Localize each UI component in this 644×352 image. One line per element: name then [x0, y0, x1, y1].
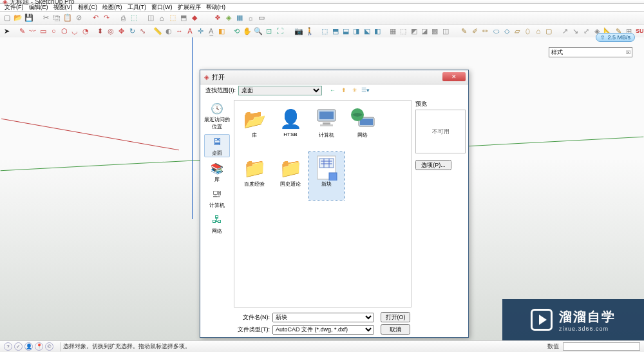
dialog-titlebar[interactable]: ◈ 打开 ✕: [200, 70, 468, 84]
layers-icon[interactable]: ❖: [213, 14, 222, 23]
ext-tool-11-icon[interactable]: ↘: [571, 26, 580, 35]
open-button[interactable]: 打开(O): [381, 312, 410, 322]
file-item-selected[interactable]: 新块: [309, 152, 344, 200]
tape-icon[interactable]: 📏: [153, 26, 162, 35]
xray-icon[interactable]: ▦: [388, 26, 397, 35]
delete-icon[interactable]: ⊘: [74, 14, 83, 23]
lookin-select[interactable]: 桌面: [238, 86, 322, 95]
extension-icon[interactable]: ◆: [190, 14, 199, 23]
place-libraries[interactable]: 📚 库: [204, 161, 230, 183]
file-list[interactable]: 📂 库 👤 HTSB 计算机 网络 📁 百度经验: [234, 100, 412, 308]
share-icon[interactable]: ⬒: [179, 14, 188, 23]
save-icon[interactable]: 💾: [24, 14, 33, 23]
scene-icon[interactable]: ▭: [257, 14, 266, 23]
zoomwin-icon[interactable]: ⊡: [265, 26, 273, 35]
ext-tool-3-icon[interactable]: ✏: [481, 26, 489, 35]
options-button[interactable]: 选项(P)...: [415, 160, 451, 170]
move-icon[interactable]: ✥: [117, 26, 126, 35]
menu-window[interactable]: 窗口(W): [149, 3, 175, 12]
file-item-network[interactable]: 网络: [345, 103, 380, 151]
ext-tool-17-icon[interactable]: SU: [635, 26, 643, 35]
select-icon[interactable]: ➤: [3, 26, 11, 35]
styles-icon[interactable]: ▦: [235, 14, 244, 23]
measure-input[interactable]: [563, 342, 640, 351]
ext-tool-2-icon[interactable]: ✐: [471, 26, 479, 35]
menu-draw[interactable]: 绘图(R): [100, 3, 124, 12]
place-desktop[interactable]: 🖥 桌面: [204, 134, 230, 157]
arc-icon[interactable]: ◡: [70, 26, 79, 35]
redo-icon[interactable]: ↷: [102, 14, 111, 23]
materials-icon[interactable]: ◈: [224, 14, 233, 23]
texture-icon[interactable]: ▩: [431, 26, 439, 35]
status-icon-2[interactable]: ✓: [14, 342, 23, 351]
section-icon[interactable]: ◧: [217, 26, 225, 35]
ext-tool-4-icon[interactable]: ⬭: [491, 26, 500, 35]
iso-icon[interactable]: ⬚: [320, 26, 328, 35]
menu-file[interactable]: 文件(F): [3, 3, 26, 12]
right-icon[interactable]: ◨: [352, 26, 361, 35]
component-icon[interactable]: ◫: [146, 14, 155, 23]
menu-camera[interactable]: 相机(C): [76, 3, 100, 12]
undo-icon[interactable]: ↶: [91, 14, 100, 23]
status-icon-3[interactable]: 👤: [24, 342, 33, 351]
styles-panel[interactable]: 样式 ☒: [549, 47, 632, 57]
copy-icon[interactable]: ⿻: [52, 14, 61, 23]
ext-tool-10-icon[interactable]: ↗: [561, 26, 569, 35]
filetype-select[interactable]: AutoCAD 文件 (*.dwg, *.dxf): [272, 325, 374, 335]
nav-back-icon[interactable]: ←: [328, 86, 337, 95]
shaded-icon[interactable]: ◪: [420, 26, 428, 35]
place-network[interactable]: 🖧 网络: [204, 213, 230, 235]
circle-icon[interactable]: ○: [50, 26, 58, 35]
back-icon[interactable]: ⬕: [363, 26, 371, 35]
status-icon-geo[interactable]: 📍: [35, 342, 43, 351]
place-computer[interactable]: 🖳 计算机: [204, 187, 230, 209]
menu-tools[interactable]: 工具(T): [126, 3, 149, 12]
protractor-icon[interactable]: ◐: [164, 26, 173, 35]
pie-icon[interactable]: ◔: [81, 26, 90, 35]
pushpull-icon[interactable]: ⬍: [96, 26, 104, 35]
model-info-icon[interactable]: ⬚: [129, 14, 138, 23]
new-file-icon[interactable]: ▢: [3, 14, 12, 23]
menu-extensions[interactable]: 扩展程序: [176, 3, 203, 12]
file-item-libraries[interactable]: 📂 库: [237, 103, 272, 151]
line-icon[interactable]: ✎: [17, 26, 26, 35]
place-recent[interactable]: 🕓 最近访问的位置: [204, 101, 230, 130]
menu-view[interactable]: 视图(V): [52, 3, 75, 12]
cancel-button[interactable]: 取消: [381, 324, 410, 335]
styles-close-icon[interactable]: ☒: [626, 50, 630, 55]
hidden-icon[interactable]: ◩: [410, 26, 418, 35]
left-icon[interactable]: ◧: [374, 26, 382, 35]
home-icon[interactable]: ⌂: [157, 14, 166, 23]
nav-viewmenu-icon[interactable]: ☰▾: [361, 86, 370, 95]
warehouse-icon[interactable]: ⬚: [168, 14, 177, 23]
rect-icon[interactable]: ▭: [39, 26, 47, 35]
ext-tool-8-icon[interactable]: ⌂: [534, 26, 542, 35]
orbit-icon[interactable]: ⟲: [232, 26, 241, 35]
ext-tool-9-icon[interactable]: ▢: [545, 26, 553, 35]
menu-help[interactable]: 帮助(H): [204, 3, 228, 12]
camera-icon[interactable]: 📷: [294, 26, 303, 35]
file-item-folder-2[interactable]: 📁 国史通论: [273, 152, 308, 200]
menu-edit[interactable]: 编辑(E): [27, 3, 50, 12]
print-icon[interactable]: ⎙: [118, 14, 128, 23]
ext-tool-1-icon[interactable]: ✎: [460, 26, 468, 35]
front-icon[interactable]: ⬓: [341, 26, 350, 35]
zoomext-icon[interactable]: ⛶: [276, 26, 284, 35]
file-item-folder-1[interactable]: 📁 百度经验: [237, 152, 272, 200]
wireframe-icon[interactable]: ⬚: [399, 26, 407, 35]
ext-tool-6-icon[interactable]: ▱: [513, 26, 521, 35]
3dtext-icon[interactable]: A̲: [207, 26, 215, 35]
file-item-computer[interactable]: 计算机: [309, 103, 344, 151]
top-icon[interactable]: ⬒: [331, 26, 339, 35]
nav-newfolder-icon[interactable]: ✳: [350, 86, 359, 95]
paste-icon[interactable]: 📋: [63, 14, 72, 23]
dialog-close-button[interactable]: ✕: [442, 72, 466, 81]
rotate-icon[interactable]: ↻: [128, 26, 137, 35]
walk-icon[interactable]: 🚶: [305, 26, 314, 35]
file-item-user[interactable]: 👤 HTSB: [273, 103, 308, 151]
axes-icon[interactable]: ✛: [196, 26, 205, 35]
status-icon-credits[interactable]: ©: [45, 342, 53, 351]
cut-icon[interactable]: ✂: [41, 14, 50, 23]
pan-icon[interactable]: ✋: [243, 26, 252, 35]
polygon-icon[interactable]: ⬡: [60, 26, 68, 35]
